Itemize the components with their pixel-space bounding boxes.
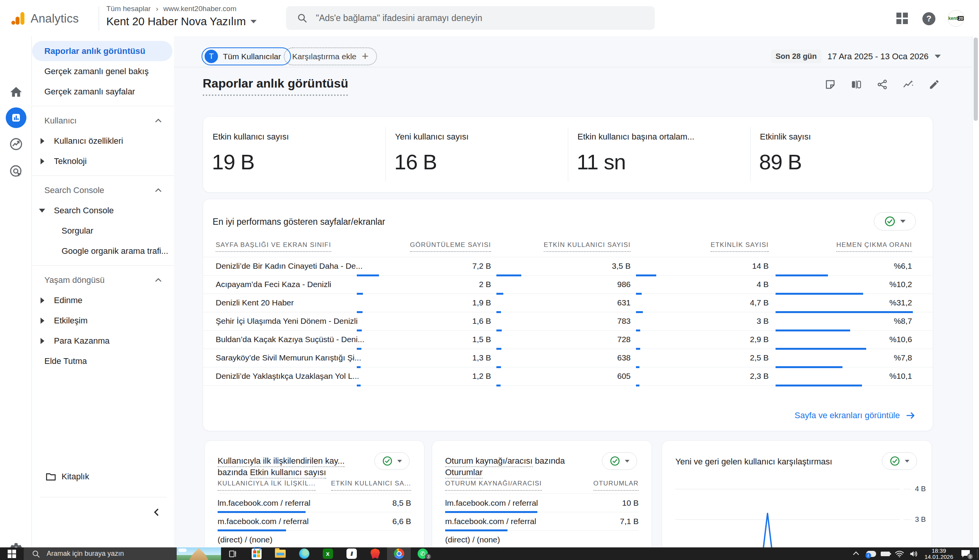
add-comparison-chip[interactable]: Karşılaştırma ekle +	[284, 47, 377, 65]
table-row[interactable]: Sarayköy’de Sivil Memurun Karıştığı Şi..…	[203, 349, 933, 367]
taskbar-clock[interactable]: 18:39 14.01.2026	[921, 548, 957, 560]
edit-report-button[interactable]	[928, 78, 941, 91]
note-icon	[824, 79, 836, 90]
sidebar-item-edinme[interactable]: Edinme	[32, 290, 174, 310]
table-row[interactable]: Denizli Kent 20 Haber1,9 B6314,7 B%31,2	[203, 294, 933, 312]
sidebar-item-elde-tutma[interactable]: Elde Tutma	[32, 351, 174, 371]
data-quality-badge[interactable]	[874, 212, 916, 230]
column-header[interactable]: OTURUMLAR	[594, 480, 639, 491]
sidebar-section-kullan-c[interactable]: Kullanıcı	[32, 110, 174, 131]
volume-tray-button[interactable]	[906, 547, 921, 560]
explore-nav-button[interactable]	[0, 137, 32, 152]
list-item[interactable]: m.facebook.com / referral7,1 B	[445, 512, 639, 530]
show-desktop-divider[interactable]	[977, 549, 977, 558]
whatsapp-button[interactable]: ✆ 3	[411, 547, 434, 560]
property-selector[interactable]: Kent 20 Haber Nova Yazılım	[106, 15, 257, 28]
column-header[interactable]: SAYFA BAŞLIĞI VE EKRAN SINIFI	[216, 241, 331, 249]
onedrive-tray-button[interactable]	[864, 547, 878, 560]
table-row[interactable]: Denizli’de Bir Kadın Cinayeti Daha - De.…	[203, 257, 933, 276]
scrollbar-track[interactable]	[972, 36, 979, 547]
table-row[interactable]: Şehir İçi Ulaşımda Yeni Dönem - Denizli1…	[203, 312, 933, 331]
xbox-button[interactable]: x	[316, 547, 340, 560]
sidebar-item-ger-ek-zamanl-genel-bak[interactable]: Gerçek zamanlı genel bakış	[32, 61, 174, 82]
data-quality-badge[interactable]	[602, 452, 637, 470]
windows-taskbar: Aramak için buraya yazın x //	[0, 547, 979, 560]
view-pages-link[interactable]: Sayfa ve ekranları görüntüle	[795, 410, 916, 421]
column-header[interactable]: OTURUM KAYNAĞI/ARACISI	[445, 480, 542, 491]
breadcrumb-site[interactable]: www.kent20haber.com	[163, 5, 236, 13]
metric-scorecard-etkin-kullan-c-ba-na-ortalam[interactable]: Etkin kullanıcı başına ortalam...11 sn	[568, 117, 751, 192]
sidebar-item-library[interactable]: Kitaplık	[32, 467, 174, 487]
card-title-line: Oturum kaynağı/aracısı bazında	[445, 455, 565, 467]
data-quality-badge[interactable]	[374, 452, 410, 470]
breadcrumb[interactable]: Tüm hesaplar › www.kent20haber.com	[106, 5, 236, 13]
column-header[interactable]: ETKİN KULLANICI SA...	[331, 480, 411, 491]
column-header[interactable]: ETKİNLİK SAYISI	[710, 241, 769, 249]
sidebar-item-etkile-im[interactable]: Etkileşim	[32, 310, 174, 331]
search-bar[interactable]: "Ads'e bağlama" ifadesini aramayı deneyi…	[286, 6, 655, 30]
column-header[interactable]: GÖRÜNTÜLEME SAYISI	[410, 241, 491, 249]
taskbar-search-box[interactable]: Aramak için buraya yazın	[24, 547, 177, 560]
edge-button[interactable]	[292, 547, 316, 560]
sidebar-item-search-console[interactable]: Search Console	[32, 200, 174, 220]
collapse-sidebar-button[interactable]	[149, 505, 164, 520]
insights-button[interactable]	[902, 78, 915, 91]
chrome-button-active[interactable]	[387, 547, 411, 560]
system-tray: 18:39 14.01.2026 9	[850, 547, 979, 560]
microsoft-store-button[interactable]	[245, 547, 269, 560]
metric-cell: %6,1	[894, 257, 912, 275]
brave-button[interactable]	[363, 547, 387, 560]
account-avatar[interactable]: kent20	[947, 10, 964, 27]
date-range-picker[interactable]: Son 28 gün 17 Ara 2025 - 13 Oca 2026	[771, 50, 941, 63]
battery-tray-button[interactable]	[878, 547, 892, 560]
sidebar-item-raporlar-anl-k-g-r-nt-s[interactable]: Raporlar anlık görüntüsü	[32, 41, 172, 61]
tray-expand-button[interactable]	[850, 547, 864, 560]
sidebar-item-teknoloji[interactable]: Teknoloji	[32, 151, 174, 171]
metric-label: Etkinlik sayısı	[760, 132, 811, 142]
list-item[interactable]: (direct) / (none)	[445, 530, 639, 549]
scrollbar-thumb[interactable]	[974, 37, 978, 121]
list-item[interactable]: (direct) / (none)	[218, 530, 411, 549]
sidebar-item-sorgular[interactable]: Sorgular	[32, 220, 174, 241]
sidebar-section-search-console[interactable]: Search Console	[32, 180, 174, 200]
list-item[interactable]: lm.facebook.com / referral8,5 B	[218, 494, 411, 512]
sidebar-item-para-kazanma[interactable]: Para Kazanma	[32, 331, 174, 351]
list-item[interactable]: lm.facebook.com / referral10 B	[445, 494, 639, 512]
table-row[interactable]: Acıpayam’da Feci Kaza - Denizli2 B9864 B…	[203, 276, 933, 294]
table-row[interactable]: Denizli’de Yaklaştıkça Uzaklaşan Yol L..…	[203, 367, 933, 386]
list-item[interactable]: m.facebook.com / referral6,6 B	[218, 512, 411, 530]
advertising-nav-button[interactable]	[0, 164, 32, 178]
metric-scorecard-yeni-kullan-c-say-s[interactable]: Yeni kullanıcı sayısı16 B	[385, 117, 568, 192]
help-button[interactable]: ?	[922, 12, 936, 25]
file-explorer-button[interactable]	[269, 547, 292, 560]
notification-center-button[interactable]: 9	[957, 547, 974, 560]
metric-scorecard-etkinlik-say-s[interactable]: Etkinlik sayısı89 B	[751, 117, 933, 192]
audience-chip[interactable]: T Tüm Kullanıcılar	[202, 47, 291, 65]
metric-cell: 605	[617, 367, 630, 385]
sidebar-item-google-organik-arama-trafi[interactable]: Google organik arama trafi...	[32, 241, 174, 261]
apps-grid-icon[interactable]	[896, 13, 908, 24]
task-view-button[interactable]	[221, 547, 245, 560]
reports-nav-button[interactable]	[0, 107, 32, 128]
table-row[interactable]: Buldan’da Kaçak Kazıya Suçüstü - Deni...…	[203, 331, 933, 349]
metric-scorecard-etkin-kullan-c-say-s[interactable]: Etkin kullanıcı sayısı19 B	[203, 117, 385, 192]
column-header[interactable]: HEMEN ÇIKMA ORANI	[836, 241, 912, 249]
capcut-button[interactable]: //	[340, 547, 363, 560]
sidebar-item-kullan-c-zellikleri[interactable]: Kullanıcı özellikleri	[32, 131, 174, 151]
home-nav-button[interactable]	[0, 85, 32, 99]
breadcrumb-accounts[interactable]: Tüm hesaplar	[106, 5, 151, 13]
table-header-row: SAYFA BAŞLIĞI VE EKRAN SINIFIGÖRÜNTÜLEME…	[203, 241, 933, 257]
column-header[interactable]: ETKİN KULLANICI SAYISI	[544, 241, 630, 249]
add-note-button[interactable]	[824, 78, 837, 91]
compare-report-button[interactable]	[850, 78, 863, 91]
column-header[interactable]: KULLANICIYLA İLK İLİŞKİL...	[218, 480, 315, 491]
wifi-tray-button[interactable]	[892, 547, 906, 560]
sidebar-item-ger-ek-zamanl-sayfalar[interactable]: Gerçek zamanlı sayfalar	[32, 82, 174, 102]
widgets-button[interactable]	[177, 547, 221, 560]
card-title: Oturum kaynağı/aracısı bazındaOturumlar	[445, 455, 565, 478]
start-button[interactable]	[0, 547, 24, 560]
table-body: Denizli’de Bir Kadın Cinayeti Daha - De.…	[203, 257, 933, 386]
column-header-label: ETKİNLİK SAYISI	[710, 241, 769, 252]
share-report-button[interactable]	[876, 78, 889, 91]
sidebar-section-ya-am-d-ng-s[interactable]: Yaşam döngüsü	[32, 270, 174, 290]
